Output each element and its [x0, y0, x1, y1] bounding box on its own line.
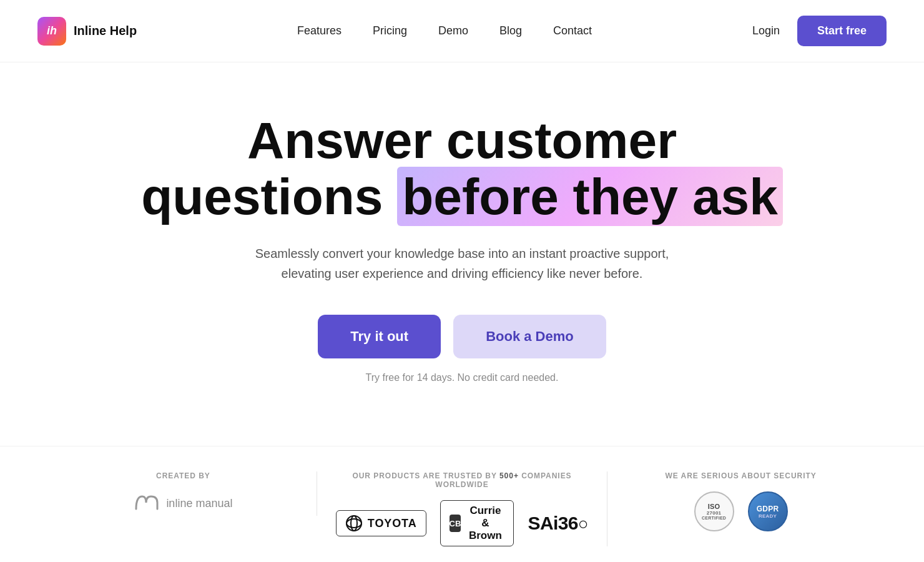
trust-label-trusted-by: OUR PRODUCTS ARE TRUSTED BY 500+ COMPANI…: [336, 471, 588, 489]
trust-section-security: WE ARE SERIOUS ABOUT SECURITY ISO 27001 …: [607, 471, 874, 531]
trust-label-security: WE ARE SERIOUS ABOUT SECURITY: [626, 471, 855, 480]
sai360-logo: SAi36○: [528, 513, 588, 534]
trust-bar: CREATED BY inline manual OUR PRODUCTS AR…: [0, 446, 924, 562]
gdpr-badge: GDPR READY: [748, 491, 788, 531]
svg-point-0: [346, 519, 361, 528]
trust-section-created-by: CREATED BY inline manual: [50, 471, 317, 516]
header-right: Login Start free: [752, 16, 887, 46]
trust-section-trusted-by: OUR PRODUCTS ARE TRUSTED BY 500+ COMPANI…: [317, 471, 607, 546]
nav-pricing[interactable]: Pricing: [373, 24, 407, 37]
nav-features[interactable]: Features: [297, 24, 342, 37]
toyota-logo: TOYOTA: [336, 510, 426, 536]
free-trial-note: Try free for 14 days. No credit card nee…: [62, 372, 862, 383]
hero-subtitle: Seamlessly convert your knowledge base i…: [243, 244, 681, 283]
iso-27001-badge: ISO 27001 CERTIFIED: [694, 491, 734, 531]
svg-point-1: [351, 516, 357, 531]
trust-label-created-by: CREATED BY: [69, 471, 298, 480]
inline-manual-text: inline manual: [166, 497, 232, 510]
cb-text: Currie & Brown: [466, 505, 504, 542]
hero-buttons: Try it out Book a Demo: [62, 315, 862, 358]
start-free-button[interactable]: Start free: [797, 16, 887, 46]
hero-section: Answer customer questions before they as…: [0, 62, 924, 421]
trust-logos-trusted-by: TOYOTA CB Currie & Brown SAi36○: [336, 500, 588, 546]
inline-manual-icon: [134, 491, 161, 516]
nav-contact[interactable]: Contact: [553, 24, 592, 37]
inline-manual-logo: inline manual: [134, 491, 232, 516]
cb-icon: CB: [450, 515, 461, 532]
svg-point-2: [346, 516, 361, 531]
headline-highlight: before they ask: [397, 167, 783, 226]
book-demo-button[interactable]: Book a Demo: [453, 315, 606, 358]
try-it-out-button[interactable]: Try it out: [318, 315, 441, 358]
toyota-text: TOYOTA: [368, 517, 417, 530]
login-link[interactable]: Login: [752, 24, 780, 37]
nav-blog[interactable]: Blog: [499, 24, 522, 37]
main-nav: Features Pricing Demo Blog Contact: [297, 24, 592, 37]
trust-logos-security: ISO 27001 CERTIFIED GDPR READY: [626, 491, 855, 531]
nav-demo[interactable]: Demo: [438, 24, 468, 37]
headline-line2-plain: questions: [141, 168, 397, 225]
hero-headline: Answer customer questions before they as…: [62, 112, 862, 225]
logo-text: Inline Help: [74, 24, 137, 38]
headline-line1: Answer customer: [247, 112, 677, 169]
logo-area: ih Inline Help: [37, 17, 137, 46]
currie-brown-logo: CB Currie & Brown: [440, 500, 514, 546]
logo-icon: ih: [37, 17, 66, 46]
trust-logos-created-by: inline manual: [69, 491, 298, 516]
header: ih Inline Help Features Pricing Demo Blo…: [0, 0, 924, 62]
